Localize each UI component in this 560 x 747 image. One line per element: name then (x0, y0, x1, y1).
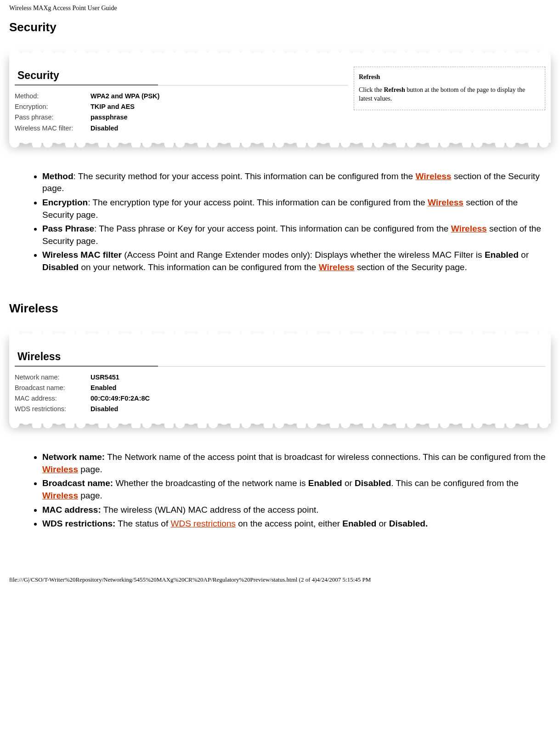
bullet-broadcast-name: Broadcast name: Whether the broadcasting… (42, 477, 551, 502)
wds-restrictions-link[interactable]: WDS restrictions (170, 519, 235, 528)
wireless-heading: Wireless (9, 301, 551, 316)
row-passphrase: Pass phrase: passphrase (15, 112, 348, 123)
wireless-figure: Wireless Network name: USR5451 Broadcast… (9, 334, 551, 433)
refresh-callout: Refresh Click the Refresh button at the … (354, 67, 545, 110)
security-description-list: Method: The security method for your acc… (9, 170, 551, 274)
bullet-encryption: Encryption: The encryption type for your… (42, 197, 551, 221)
row-encryption: Encryption: TKIP and AES (15, 102, 348, 112)
row-method: Method: WPA2 and WPA (PSK) (15, 91, 348, 102)
callout-title: Refresh (359, 73, 540, 82)
bullet-network-name: Network name: The Network name of the ac… (42, 451, 551, 475)
wireless-link[interactable]: Wireless (42, 464, 78, 474)
wireless-link[interactable]: Wireless (451, 224, 487, 233)
bullet-wds-restrictions: WDS restrictions: The status of WDS rest… (42, 518, 551, 530)
wireless-panel-title: Wireless (15, 348, 158, 367)
wireless-link[interactable]: Wireless (319, 262, 355, 272)
footer-path: file:///G|/CSO/T-Writer%20Repository/Net… (9, 576, 551, 583)
wireless-table: Network name: USR5451 Broadcast name: En… (15, 372, 545, 415)
security-heading: Security (9, 20, 551, 34)
row-wds-restrictions: WDS restrictions: Disabled (15, 404, 545, 414)
security-panel-title: Security (15, 67, 158, 85)
bullet-method: Method: The security method for your acc… (42, 170, 551, 195)
callout-text: Click the Refresh button at the bottom o… (359, 85, 540, 103)
wireless-link[interactable]: Wireless (428, 198, 464, 207)
bullet-passphrase: Pass Phrase: The Pass phrase or Key for … (42, 223, 551, 247)
row-macfilter: Wireless MAC filter: Disabled (15, 123, 348, 134)
bullet-macfilter: Wireless MAC filter (Access Point and Ra… (42, 249, 551, 273)
security-figure: Security Method: WPA2 and WPA (PSK) Encr… (9, 53, 551, 152)
security-table: Method: WPA2 and WPA (PSK) Encryption: T… (15, 91, 348, 134)
bullet-mac-address: MAC address: The wireless (WLAN) MAC add… (42, 504, 551, 516)
wireless-link[interactable]: Wireless (42, 491, 78, 500)
row-mac-address: MAC address: 00:C0:49:F0:2A:8C (15, 393, 545, 404)
wireless-description-list: Network name: The Network name of the ac… (9, 451, 551, 530)
row-network-name: Network name: USR5451 (15, 372, 545, 383)
row-broadcast-name: Broadcast name: Enabled (15, 383, 545, 393)
wireless-link[interactable]: Wireless (415, 171, 451, 181)
document-header: Wireless MAXg Access Point User Guide (9, 5, 551, 12)
